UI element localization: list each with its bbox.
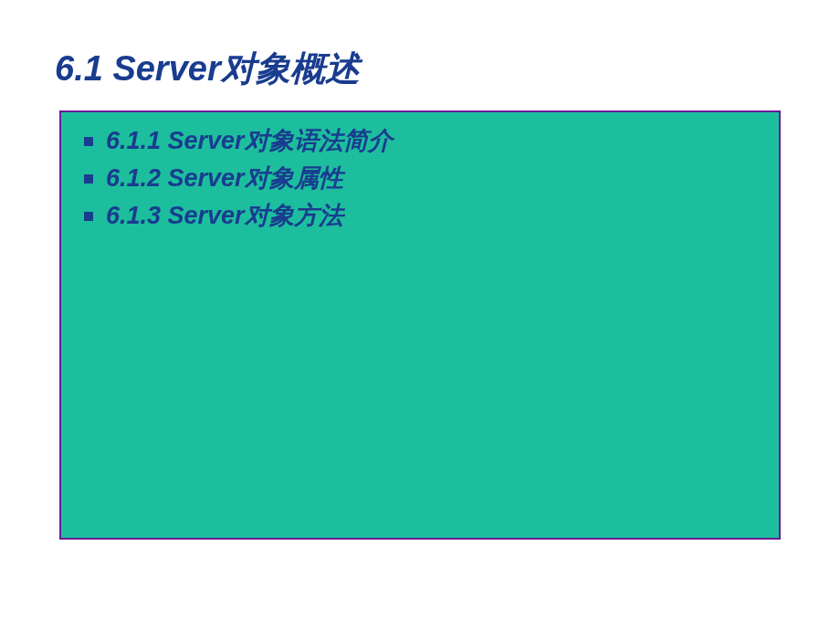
list-item-text: 6.1.1 Server对象语法简介 — [106, 123, 393, 159]
list-item: 6.1.1 Server对象语法简介 — [84, 123, 756, 159]
content-box: 6.1.1 Server对象语法简介 6.1.2 Server对象属性 6.1.… — [59, 110, 781, 540]
slide-title: 6.1 Server对象概述 — [0, 0, 840, 92]
list-item: 6.1.3 Server对象方法 — [84, 198, 756, 234]
list-item: 6.1.2 Server对象属性 — [84, 161, 756, 196]
bullet-icon — [84, 137, 93, 146]
bullet-icon — [84, 174, 93, 184]
list-item-text: 6.1.2 Server对象属性 — [106, 161, 343, 196]
list-item-text: 6.1.3 Server对象方法 — [106, 198, 343, 234]
bullet-icon — [84, 212, 93, 221]
